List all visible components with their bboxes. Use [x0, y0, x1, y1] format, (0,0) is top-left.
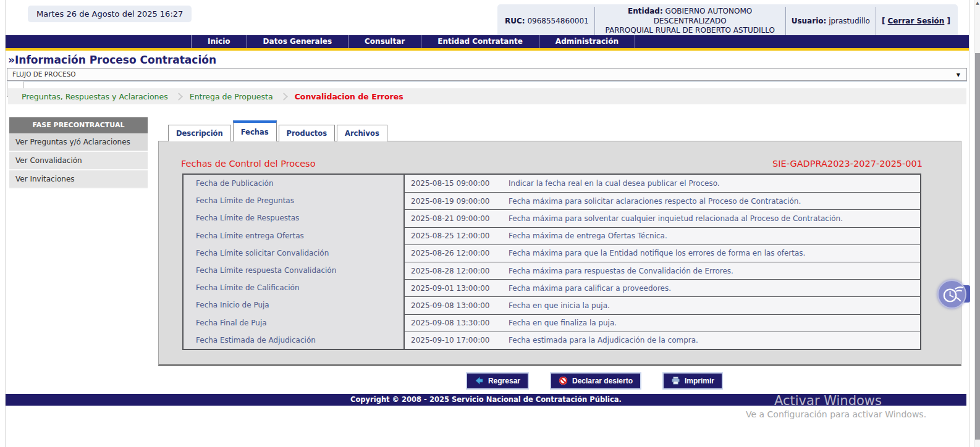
- regresar-button[interactable]: Regresar: [466, 372, 529, 390]
- table-row: Fecha Final de Puja 2025-09-08 13:30:00F…: [184, 314, 920, 332]
- copyright-text: Copyright © 2008 - 2025 Servicio Naciona…: [350, 395, 622, 404]
- scrollbar-thumb[interactable]: [975, 53, 980, 440]
- tab-archivos[interactable]: Archivos: [337, 125, 387, 141]
- nav-item-administracion[interactable]: Administración: [539, 35, 635, 48]
- fecha-desc: Fecha en que finaliza la puja.: [504, 315, 920, 332]
- fecha-value: 2025-09-08 13:00:00: [405, 297, 504, 314]
- table-row: Fecha Límite de Calificación 2025-09-01 …: [184, 279, 920, 296]
- fecha-value: 2025-08-15 09:00:00: [405, 175, 504, 192]
- page-title: »Información Proceso Contratación: [8, 54, 216, 66]
- bracket-open: [: [882, 17, 885, 25]
- fecha-value: 2025-09-08 13:30:00: [405, 315, 504, 332]
- fecha-label: Fecha Límite respuesta Convalidación: [184, 262, 405, 279]
- fecha-desc: Fecha en que inicia la puja.: [504, 297, 920, 314]
- windows-activation-watermark: Activar Windows: [774, 393, 882, 408]
- sidebar-item-ver-invitaciones[interactable]: Ver Invitaciones: [9, 170, 148, 189]
- fecha-value: 2025-08-19 09:00:00: [405, 193, 504, 209]
- chevron-down-icon: ▼: [957, 69, 960, 81]
- breadcrumb-step-convalidacion[interactable]: Convalidacion de Errores: [295, 92, 403, 101]
- user-label: Usuario:: [792, 17, 827, 25]
- entity-name-line1: GOBIERNO AUTONOMO DESCENTRALIZADO: [654, 7, 753, 25]
- table-row: Fecha Estimada de Adjudicación 2025-09-1…: [184, 332, 920, 349]
- fecha-value: 2025-08-25 12:00:00: [405, 228, 504, 244]
- table-row: Fecha Inicio de Puja 2025-09-08 13:00:00…: [184, 296, 920, 314]
- nav-item-inicio[interactable]: Inicio: [191, 35, 247, 48]
- scroll-up-icon[interactable]: ▲: [974, 1, 980, 6]
- winged-clock-icon: [937, 280, 966, 309]
- user-value: jprastudillo: [829, 17, 870, 25]
- logout-button[interactable]: Cerrar Sesión: [888, 17, 945, 25]
- tab-fechas[interactable]: Fechas: [233, 120, 277, 141]
- declarar-desierto-button[interactable]: Declarar desierto: [550, 372, 641, 390]
- tab-productos[interactable]: Productos: [279, 125, 335, 141]
- datetime-display: Martes 26 de Agosto del 2025 16:27: [28, 6, 192, 22]
- action-buttons: Regresar Declarar desierto Imprimir: [193, 372, 980, 390]
- fecha-value: 2025-09-01 13:00:00: [405, 280, 504, 296]
- breadcrumb-step-entrega[interactable]: Entrega de Propuesta: [190, 92, 273, 101]
- ruc-info: RUC: 0968554860001: [505, 17, 589, 25]
- fecha-label: Fecha Límite de Calificación: [184, 279, 405, 296]
- sidebar-item-ver-convalidacion[interactable]: Ver Convalidación: [9, 152, 148, 170]
- nav-item-consultar[interactable]: Consultar: [348, 35, 421, 48]
- fecha-desc: Fecha estimada para la Adjudicación de l…: [504, 332, 920, 349]
- fecha-desc: Fecha máxima para respuestas de Convalid…: [504, 262, 920, 279]
- page-frame: Martes 26 de Agosto del 2025 16:27 RUC: …: [5, 0, 969, 447]
- table-row: Fecha Límite de Respuestas 2025-08-21 09…: [184, 209, 920, 227]
- bracket-close: ]: [947, 17, 950, 25]
- ruc-label: RUC:: [505, 17, 525, 25]
- process-code: SIE-GADPRA2023-2027-2025-001: [772, 159, 923, 169]
- main-navbar: Inicio Datos Generales Consultar Entidad…: [6, 35, 969, 48]
- declarar-desierto-label: Declarar desierto: [572, 377, 633, 385]
- table-row: Fecha Límite entrega Ofertas 2025-08-25 …: [184, 227, 920, 244]
- fechas-panel: Fechas de Control del Proceso SIE-GADPRA…: [158, 141, 961, 366]
- fecha-label: Fecha Límite de Respuestas: [184, 209, 405, 227]
- fecha-label: Fecha Límite solicitar Convalidación: [184, 244, 405, 262]
- breadcrumb-step-preguntas[interactable]: Preguntas, Respuestas y Aclaraciones: [22, 92, 168, 101]
- fecha-label: Fecha Límite de Preguntas: [184, 192, 405, 209]
- sidebar-item-ver-preguntas[interactable]: Ver Preguntas y/ó Aclaraciones: [9, 133, 148, 152]
- fecha-desc: Fecha máxima para que la Entidad notifiq…: [504, 245, 920, 262]
- table-row: Fecha Límite respuesta Convalidación 202…: [184, 262, 920, 279]
- process-stage-breadcrumb: Preguntas, Respuestas y Aclaraciones Ent…: [8, 88, 966, 104]
- user-info: Usuario: jprastudillo: [792, 17, 870, 25]
- back-arrow-icon: [475, 376, 484, 385]
- nav-item-datos-generales[interactable]: Datos Generales: [247, 35, 348, 48]
- nav-items: Inicio Datos Generales Consultar Entidad…: [191, 35, 635, 48]
- sidebar-title: FASE PRECONTRACTUAL: [9, 117, 148, 133]
- fecha-desc: Fecha máxima para solicitar aclaraciones…: [504, 193, 920, 209]
- separator: [876, 7, 876, 36]
- separator: [594, 7, 595, 36]
- separator: [785, 7, 786, 36]
- sidebar-fase-precontractual: FASE PRECONTRACTUAL Ver Preguntas y/ó Ac…: [9, 117, 148, 189]
- tab-bar: Descripción Fechas Productos Archivos: [168, 120, 389, 141]
- entity-name-line2: PARROQUIAL RURAL DE ROBERTO ASTUDILLO: [606, 26, 775, 35]
- fecha-desc: Fecha máxima para calificar a proveedore…: [504, 280, 920, 296]
- windows-activation-watermark-sub: Ve a Configuración para activar Windows.: [746, 409, 926, 419]
- chevron-right-icon: [280, 93, 288, 101]
- flujo-label: FLUJO DE PROCESO: [12, 70, 76, 78]
- session-info-bar: RUC: 0968554860001 Entidad: GOBIERNO AUT…: [497, 4, 958, 38]
- fecha-desc: Fecha máxima para solventar cualquier in…: [504, 210, 920, 227]
- clock-extension-button[interactable]: [937, 280, 974, 311]
- fecha-desc: Indicar la fecha real en la cual desea p…: [504, 175, 920, 192]
- fecha-label: Fecha de Publicación: [184, 175, 405, 192]
- fecha-value: 2025-08-21 09:00:00: [405, 210, 504, 227]
- fecha-desc: Fecha máxima de entrega Ofertas Técnica.: [504, 228, 920, 244]
- entity-label: Entidad:: [628, 7, 663, 15]
- ruc-value: 0968554860001: [527, 17, 588, 25]
- tab-descripcion[interactable]: Descripción: [168, 125, 231, 141]
- entity-info: Entidad: GOBIERNO AUTONOMO DESCENTRALIZA…: [601, 7, 780, 36]
- table-row: Fecha de Publicación 2025-08-15 09:00:00…: [184, 175, 920, 192]
- fecha-label: Fecha Estimada de Adjudicación: [184, 332, 405, 349]
- fecha-value: 2025-08-26 12:00:00: [405, 245, 504, 262]
- fecha-value: 2025-08-28 12:00:00: [405, 262, 504, 279]
- table-row: Fecha Límite de Preguntas 2025-08-19 09:…: [184, 192, 920, 209]
- nav-item-entidad-contratante[interactable]: Entidad Contratante: [421, 35, 539, 48]
- table-row: Fecha Límite solicitar Convalidación 202…: [184, 244, 920, 262]
- imprimir-button[interactable]: Imprimir: [662, 372, 723, 390]
- fecha-value: 2025-09-10 17:00:00: [405, 332, 504, 349]
- flujo-de-proceso-dropdown[interactable]: FLUJO DE PROCESO ▼: [7, 68, 967, 81]
- nav-accent-bar: [6, 48, 969, 51]
- printer-icon: [671, 376, 680, 385]
- vertical-scrollbar[interactable]: ▲: [974, 0, 980, 447]
